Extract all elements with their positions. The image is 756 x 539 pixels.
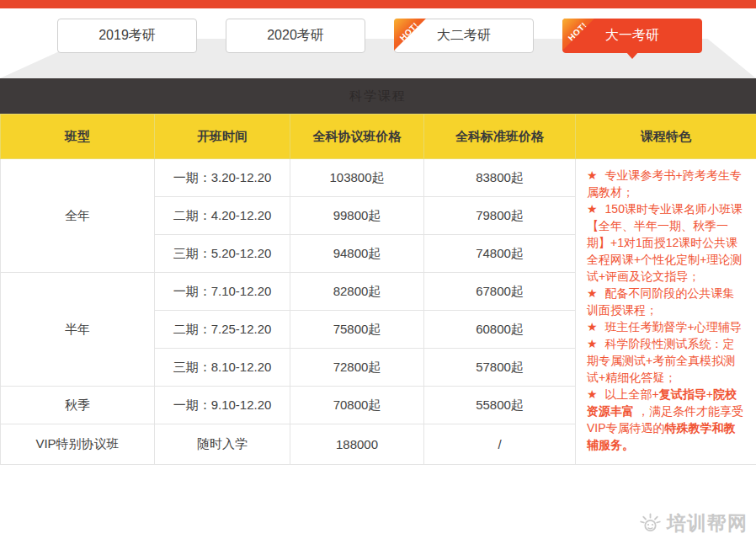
cell-standard-price: 67800起 [424, 273, 576, 311]
tab-sophomore-kaoyan[interactable]: HOT! 大二考研 [394, 19, 534, 53]
row-group-label: VIP特别协议班 [1, 424, 155, 465]
feature-item: ★专业课参考书+跨考考生专属教材； [587, 167, 746, 200]
cell-standard-price: / [424, 424, 576, 465]
tab-label: 大一考研 [605, 27, 659, 45]
cell-period: 一期：3.20-12.20 [155, 159, 290, 197]
tab-freshman-kaoyan[interactable]: HOT! 大一考研 [562, 19, 702, 53]
star-icon: ★ [587, 202, 598, 216]
cell-standard-price: 79800起 [424, 197, 576, 235]
header-class-type: 班型 [1, 115, 155, 159]
hot-ribbon-icon: HOT! [394, 19, 426, 51]
course-price-table: 班型 开班时间 全科协议班价格 全科标准班价格 课程特色 全年 一期：3.20-… [0, 114, 756, 465]
section-banner: 科学课程 [0, 78, 756, 114]
tab-label: 大二考研 [437, 27, 491, 45]
tab-label: 2019考研 [98, 27, 156, 45]
header-agreement-price: 全科协议班价格 [290, 115, 424, 159]
banner-title: 科学课程 [349, 88, 407, 104]
feature-item: ★150课时专业课名师小班课【全年、半年一期、秋季一期】+1对1面授12课时公共… [587, 200, 746, 285]
cell-standard-price: 60800起 [424, 311, 576, 349]
cell-agreement-price: 70800起 [290, 387, 424, 424]
watermark-logo: 培训帮网 [639, 510, 748, 536]
cell-agreement-price: 103800起 [290, 159, 424, 197]
feature-item: ★配备不同阶段的公共课集训面授课程； [587, 285, 746, 318]
cell-period: 三期：8.10-12.20 [155, 349, 290, 387]
star-icon: ★ [587, 320, 598, 334]
course-tabs: 2019考研 2020考研 HOT! 大二考研 HOT! 大一考研 [0, 8, 756, 78]
row-group-label: 全年 [1, 159, 155, 273]
cell-standard-price: 57800起 [424, 349, 576, 387]
cell-standard-price: 74800起 [424, 235, 576, 273]
row-group-label: 半年 [1, 273, 155, 387]
cell-agreement-price: 82800起 [290, 273, 424, 311]
cell-period: 三期：5.20-12.20 [155, 235, 290, 273]
feature-item: ★班主任考勤督学+心理辅导 [587, 318, 746, 335]
star-icon: ★ [587, 168, 598, 182]
cell-period: 随时入学 [155, 424, 290, 465]
cell-agreement-price: 75800起 [290, 311, 424, 349]
header-standard-price: 全科标准班价格 [424, 115, 576, 159]
cell-agreement-price: 94800起 [290, 235, 424, 273]
cell-period: 二期：7.25-12.20 [155, 311, 290, 349]
cell-standard-price: 55800起 [424, 387, 576, 424]
cell-agreement-price: 99800起 [290, 197, 424, 235]
feature-item: ★以上全部+复试指导+院校资源丰富 ，满足条件才能享受VIP专属待遇的特殊教学和… [587, 386, 746, 453]
star-icon: ★ [587, 387, 598, 401]
cell-period: 二期：4.20-12.20 [155, 197, 290, 235]
feature-item: ★科学阶段性测试系统：定期专属测试+考前全真模拟测试+精细化答疑； [587, 335, 746, 386]
course-features-cell: ★专业课参考书+跨考考生专属教材； ★150课时专业课名师小班课【全年、半年一期… [576, 159, 756, 465]
cell-standard-price: 83800起 [424, 159, 576, 197]
row-group-label: 秋季 [1, 387, 155, 424]
header-start-time: 开班时间 [155, 115, 290, 159]
table-header-row: 班型 开班时间 全科协议班价格 全科标准班价格 课程特色 [1, 115, 756, 159]
star-icon: ★ [587, 286, 598, 300]
header-course-features: 课程特色 [576, 115, 756, 159]
cell-period: 一期：7.10-12.20 [155, 273, 290, 311]
watermark-text: 培训帮网 [667, 510, 748, 536]
tab-2019-kaoyan[interactable]: 2019考研 [57, 19, 197, 53]
cell-agreement-price: 188000 [290, 424, 424, 465]
hot-ribbon-icon: HOT! [562, 19, 594, 51]
sun-face-icon [639, 512, 662, 535]
star-icon: ★ [587, 337, 598, 350]
top-accent-bar [0, 0, 756, 8]
table-row: 全年 一期：3.20-12.20 103800起 83800起 ★专业课参考书+… [1, 159, 756, 197]
tab-label: 2020考研 [267, 27, 324, 45]
cell-agreement-price: 72800起 [290, 349, 424, 387]
cell-period: 一期：9.10-12.20 [155, 387, 290, 424]
tab-2020-kaoyan[interactable]: 2020考研 [226, 19, 365, 53]
